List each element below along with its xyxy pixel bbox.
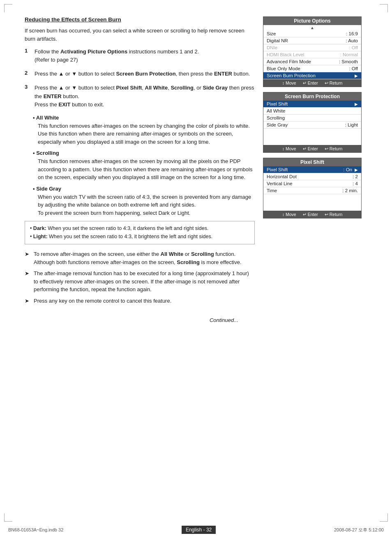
tip-list: ➤ To remove after-images on the screen, …	[25, 250, 255, 305]
note-box: • Dark: When you set the screen ratio to…	[25, 221, 255, 244]
bottom-left-text: BN68-01653A~Eng.indb 32	[8, 527, 63, 532]
row-label-digital-nr: Digital NR	[267, 38, 288, 43]
panel-picture-options: Picture Options ▲ Size : 16:9 Digital NR…	[263, 16, 362, 87]
bullet-scrolling-title: Scrolling	[33, 150, 255, 156]
step-1-num: 1	[25, 48, 31, 64]
bottom-right-text: 2008-08-27 오후 5:12:00	[334, 527, 384, 533]
panel-row-size: Size : 16:9	[263, 30, 361, 37]
panel-row-dnie: DNIe : Off	[263, 44, 361, 51]
row-value-side-gray: : Light	[345, 122, 358, 127]
footer-enter-sb: ↵ Enter	[303, 146, 318, 151]
scroll-up-indicator: ▲	[263, 25, 361, 30]
panel-picture-options-title: Picture Options	[263, 17, 361, 25]
move-icon-sb: ↕	[282, 146, 284, 151]
row-label-film-mode: Advanced Film Mode	[267, 59, 311, 64]
row-value-dnie: : Off	[349, 45, 358, 50]
panel-pixel-shift-title: Pixel Shift	[263, 158, 361, 166]
corner-mark-tr	[380, 4, 388, 12]
return-icon-ps: ↩	[325, 212, 328, 217]
step-2: 2 Press the ▲ or ▼ button to select Scre…	[25, 70, 255, 78]
panel-screen-burn-title: Screen Burn Protection	[263, 92, 361, 101]
bullet-all-white-title: All White	[33, 115, 255, 121]
step-2-num: 2	[25, 70, 31, 78]
step-3-num: 3	[25, 84, 31, 108]
panel-row-blue-only: Blue Only Mode : Off	[263, 65, 361, 72]
row-label-screen-burn: Screen Burn Protection	[267, 73, 316, 78]
step-1-content: Follow the Activating Picture Options in…	[35, 48, 199, 64]
page-label: English - 32	[182, 526, 216, 534]
footer-enter: ↵ Enter	[303, 80, 318, 85]
row-label-hdmi: HDMI Black Level	[267, 52, 304, 57]
row-value-pixel-shift-ps: : On	[343, 167, 352, 172]
row-value-digital-nr: : Auto	[346, 38, 358, 43]
row-arrow-pixel-shift-sb: ▶	[355, 102, 358, 106]
tip-1: ➤ To remove after-images on the screen, …	[25, 250, 255, 266]
row-label-dnie: DNIe	[267, 45, 277, 50]
note-light: • Light: When you set the screen ratio t…	[30, 233, 249, 241]
panel-row-vertical-line: Vertical Line : 4	[263, 180, 361, 187]
corner-mark-bl	[4, 513, 12, 522]
panel-row-digital-nr: Digital NR : Auto	[263, 37, 361, 44]
row-value-blue-only: : Off	[349, 66, 358, 71]
row-label-pixel-shift-sb: Pixel Shift	[267, 101, 288, 106]
panel-row-horizontal-dot: Horizontal Dot : 2	[263, 173, 361, 180]
footer-return: ↩ Return	[325, 80, 343, 85]
enter-icon-ps: ↵	[303, 212, 307, 217]
panel-row-hdmi: HDMI Black Level : Normal	[263, 51, 361, 58]
panel-row-screen-burn: Screen Burn Protection ▶	[263, 72, 361, 79]
row-value-film-mode: : Smooth	[339, 59, 358, 64]
bullet-all-white: All White This function removes after-im…	[25, 115, 255, 146]
step-2-content: Press the ▲ or ▼ button to select Screen…	[35, 70, 250, 78]
step-1: 1 Follow the Activating Picture Options …	[25, 48, 255, 64]
row-label-horizontal-dot: Horizontal Dot	[267, 174, 297, 179]
panel-pixel-shift: Pixel Shift Pixel Shift : On ▶ Horizonta…	[263, 158, 362, 218]
panel-row-film-mode: Advanced Film Mode : Smooth	[263, 58, 361, 65]
bullet-all-white-body: This function removes after-images on th…	[33, 122, 255, 146]
panel-row-pixel-shift-sb: Pixel Shift ▶	[263, 101, 361, 108]
footer-move-sb: ↕ Move	[282, 146, 296, 151]
corner-mark-br	[380, 513, 388, 522]
move-icon-ps: ↕	[282, 212, 284, 217]
footer-return-sb: ↩ Return	[325, 146, 343, 151]
row-label-vertical-line: Vertical Line	[267, 181, 293, 186]
intro-para: If screen burn has occurred, you can sel…	[25, 27, 255, 43]
move-icon: ↕	[282, 80, 284, 85]
corner-mark-tl	[4, 4, 12, 12]
panel-screen-burn: Screen Burn Protection Pixel Shift ▶ All…	[263, 92, 362, 153]
footer-move-ps: ↕ Move	[282, 212, 296, 217]
row-label-blue-only: Blue Only Mode	[267, 66, 300, 71]
bullet-side-gray-body: When you watch TV with the screen ratio …	[33, 193, 255, 217]
panel-row-time: Time : 2 min.	[263, 187, 361, 194]
row-value-hdmi: : Normal	[340, 52, 358, 57]
section-heading: Reducing the Effects of Screen Burn	[25, 16, 255, 23]
note-dark: • Dark: When you set the screen ratio to…	[30, 225, 249, 232]
tip-arrow-2: ➤	[25, 269, 31, 294]
tip-3-text: Press any key on the remote control to c…	[34, 297, 171, 305]
tip-arrow-3: ➤	[25, 297, 31, 305]
tip-2-text: The after-image removal function has to …	[34, 269, 255, 294]
panel-screen-burn-footer: ↕ Move ↵ Enter ↩ Return	[263, 145, 361, 152]
bullet-scrolling-body: This function removes after-images on th…	[33, 157, 255, 182]
row-value-vertical-line: : 4	[353, 181, 358, 186]
tip-arrow-1: ➤	[25, 250, 31, 266]
panel-pixel-shift-spacer	[263, 194, 361, 211]
footer-enter-ps: ↵ Enter	[303, 212, 318, 217]
content-area: Reducing the Effects of Screen Burn If s…	[25, 16, 371, 323]
row-label-pixel-shift-ps: Pixel Shift	[267, 167, 288, 172]
row-value-time: : 2 min.	[342, 188, 358, 193]
bullet-side-gray: Side Gray When you watch TV with the scr…	[25, 186, 255, 217]
row-arrow-screen-burn: ▶	[355, 74, 358, 78]
panel-row-pixel-shift-ps: Pixel Shift : On ▶	[263, 166, 361, 173]
panel-row-side-gray: Side Gray : Light	[263, 122, 361, 129]
row-arrow-pixel-shift-ps: ▶	[355, 168, 358, 172]
panel-picture-options-footer: ↕ Move ↵ Enter ↩ Return	[263, 79, 361, 87]
tip-3: ➤ Press any key on the remote control to…	[25, 297, 255, 305]
bottom-bar: BN68-01653A~Eng.indb 32 English - 32 200…	[0, 526, 392, 534]
footer-move: ↕ Move	[282, 80, 296, 85]
continued: Continued...	[25, 317, 238, 323]
panel-row-scrolling: Scrolling	[263, 115, 361, 122]
tip-1-text: To remove after-images on the screen, us…	[34, 250, 255, 266]
page: Reducing the Effects of Screen Burn If s…	[0, 0, 392, 538]
row-value-horizontal-dot: : 2	[353, 174, 358, 179]
step-3: 3 Press the ▲ or ▼ button to select Pixe…	[25, 84, 255, 108]
